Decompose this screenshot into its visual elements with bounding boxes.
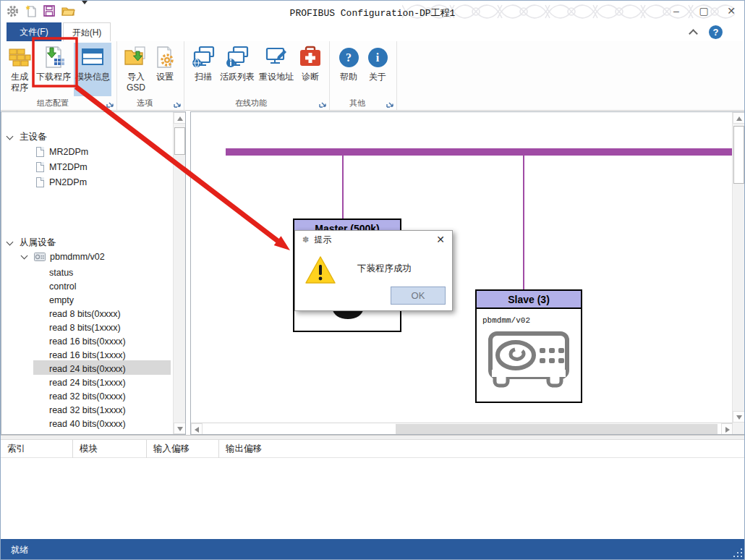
ok-button[interactable]: OK bbox=[391, 287, 446, 305]
tree-item-module[interactable]: read 40 bits(0xxxx) bbox=[49, 417, 126, 430]
chevron-down-icon[interactable] bbox=[7, 238, 14, 245]
device-tree-panel: 主设备 MR2DPm MT2DPm PN2DPm 从属设备 pbmd bbox=[1, 111, 186, 435]
tree-section-slave[interactable]: 从属设备 bbox=[7, 236, 56, 250]
scrollbar-thumb[interactable] bbox=[733, 126, 744, 184]
tree-item-module[interactable]: read 24 bits(1xxxx) bbox=[49, 376, 126, 389]
bus-drop-line bbox=[523, 156, 524, 289]
chevron-down-icon[interactable] bbox=[21, 252, 28, 259]
download-program-button[interactable]: 下载程序 bbox=[35, 43, 72, 96]
tree-item-module[interactable]: control bbox=[49, 279, 77, 293]
tree-item[interactable]: PN2DPm bbox=[36, 175, 87, 189]
canvas-vertical-scrollbar[interactable] bbox=[732, 112, 744, 423]
tab-home[interactable]: 开始(H) bbox=[63, 22, 111, 41]
tree-item-module[interactable]: read 32 bits(0xxxx) bbox=[49, 389, 126, 403]
generate-program-button[interactable]: 生成程序 bbox=[6, 43, 33, 96]
message-dialog: ✽ 提示 ✕ 下装程序成功 OK bbox=[294, 230, 453, 311]
column-header-input-offset[interactable]: 输入偏移 bbox=[147, 440, 219, 458]
maximize-button[interactable]: ▢ bbox=[698, 2, 710, 20]
scroll-up-button[interactable] bbox=[733, 112, 745, 124]
network-canvas[interactable]: Master (500k) Slave (3) pbmdmm/v02 bbox=[190, 111, 745, 435]
scroll-right-button[interactable] bbox=[721, 423, 733, 435]
document-icon bbox=[36, 162, 44, 172]
column-header-output-offset[interactable]: 输出偏移 bbox=[219, 440, 745, 458]
scroll-up-button[interactable] bbox=[174, 112, 186, 124]
minimize-button[interactable]: – bbox=[670, 2, 682, 20]
tree-item-module[interactable]: status bbox=[49, 266, 73, 279]
tree-item-module[interactable]: read 32 bits(1xxxx) bbox=[49, 403, 126, 417]
close-button[interactable]: ✕ bbox=[725, 2, 737, 20]
import-gsd-button[interactable]: 导入GSD bbox=[122, 43, 150, 96]
ribbon-group-online: 扫描 活跃列表 bbox=[184, 41, 330, 110]
column-header-index[interactable]: 索引 bbox=[1, 440, 73, 458]
canvas-horizontal-scrollbar[interactable] bbox=[191, 423, 733, 434]
tab-file[interactable]: 文件(F) bbox=[7, 22, 61, 41]
dialog-launcher-icon[interactable] bbox=[174, 100, 182, 108]
ribbon-tab-row: 文件(F) 开始(H) ? bbox=[1, 22, 744, 41]
tree-vertical-scrollbar[interactable] bbox=[173, 112, 185, 434]
first-aid-icon bbox=[298, 45, 323, 69]
dialog-close-icon[interactable]: ✕ bbox=[436, 234, 445, 245]
dialog-gear-icon: ✽ bbox=[302, 235, 309, 245]
slave-device-icon bbox=[34, 253, 46, 261]
dialog-launcher-icon[interactable] bbox=[319, 100, 327, 108]
tree-item-module[interactable]: read 16 bits(0xxxx) bbox=[49, 334, 126, 348]
resize-grip[interactable] bbox=[741, 556, 742, 557]
help-button[interactable]: ? 帮助 bbox=[335, 43, 362, 96]
table-header-row: 索引 模块 输入偏移 输出偏移 bbox=[1, 440, 745, 458]
settings-button[interactable]: 设置 bbox=[151, 43, 179, 96]
tree-item-module[interactable]: read 16 bits(1xxxx) bbox=[49, 348, 126, 362]
dialog-launcher-icon[interactable] bbox=[386, 100, 394, 108]
status-text: 就绪 bbox=[11, 544, 28, 556]
tree-item[interactable]: MT2DPm bbox=[36, 160, 88, 174]
tree-item-module[interactable]: empty bbox=[49, 293, 74, 307]
scrollbar-thumb[interactable] bbox=[174, 127, 185, 155]
scan-button[interactable]: 扫描 bbox=[190, 43, 217, 96]
slave-device-label: pbmdmm/v02 bbox=[482, 316, 581, 325]
help-icon[interactable]: ? bbox=[709, 25, 723, 39]
title-bar: PROFIBUS Configuration-DP工程1 – ▢ ✕ bbox=[1, 1, 744, 22]
group-label-other: 其他 bbox=[330, 98, 385, 109]
tree-item[interactable]: MR2DPm bbox=[36, 145, 88, 158]
column-header-module[interactable]: 模块 bbox=[73, 440, 147, 458]
ribbon-group-options: 导入GSD 设置 选项 bbox=[117, 41, 184, 110]
ribbon-collapse-icon[interactable] bbox=[689, 29, 698, 38]
group-label-options: 选项 bbox=[117, 98, 172, 109]
active-list-monitors-icon bbox=[225, 45, 250, 69]
info-circle-icon: i bbox=[365, 45, 390, 69]
download-program-icon bbox=[41, 45, 66, 69]
scrollbar-thumb[interactable] bbox=[396, 424, 718, 434]
window-controls: – ▢ ✕ bbox=[670, 2, 737, 20]
about-button[interactable]: i 关于 bbox=[364, 43, 391, 96]
dialog-message: 下装程序成功 bbox=[357, 263, 412, 275]
window-title: PROFIBUS Configuration-DP工程1 bbox=[1, 7, 744, 20]
bricks-icon bbox=[7, 45, 32, 69]
dialog-title-bar[interactable]: ✽ 提示 ✕ bbox=[295, 231, 452, 248]
document-icon bbox=[36, 177, 44, 187]
reset-address-button[interactable]: 重设地址 bbox=[257, 43, 295, 96]
scroll-down-button[interactable] bbox=[733, 411, 745, 423]
import-gsd-icon bbox=[124, 45, 148, 69]
profibus-bus-line bbox=[226, 148, 733, 156]
tree-item-module[interactable]: read 8 bits(0xxxx) bbox=[49, 307, 121, 321]
warning-icon bbox=[304, 255, 337, 285]
chevron-down-icon[interactable] bbox=[7, 132, 14, 140]
group-label-online: 在线功能 bbox=[184, 98, 318, 109]
projector-icon bbox=[485, 328, 573, 391]
question-circle-icon: ? bbox=[336, 45, 361, 69]
active-list-button[interactable]: 活跃列表 bbox=[218, 43, 256, 96]
dialog-title: 提示 bbox=[314, 234, 331, 246]
scroll-left-button[interactable] bbox=[191, 423, 203, 435]
slave-node[interactable]: Slave (3) pbmdmm/v02 bbox=[475, 289, 582, 403]
module-table-panel: 索引 模块 输入偏移 输出偏移 bbox=[1, 440, 745, 539]
app-window: PROFIBUS Configuration-DP工程1 – ▢ ✕ 文件(F)… bbox=[0, 0, 745, 560]
tree-item-slave-device[interactable]: pbmdmm/v02 bbox=[22, 250, 105, 263]
bus-drop-line bbox=[342, 156, 344, 219]
tree-item-module[interactable]: read 24 bits(0xxxx) bbox=[49, 362, 126, 376]
scroll-down-button[interactable] bbox=[174, 423, 186, 434]
tree-section-master[interactable]: 主设备 bbox=[7, 130, 47, 144]
dialog-launcher-icon[interactable] bbox=[106, 100, 114, 108]
scan-monitors-icon bbox=[191, 45, 216, 69]
tree-item-module[interactable]: read 8 bits(1xxxx) bbox=[49, 321, 121, 334]
diagnose-button[interactable]: 诊断 bbox=[297, 43, 324, 96]
module-info-button[interactable]: 模块信息 bbox=[74, 43, 111, 96]
